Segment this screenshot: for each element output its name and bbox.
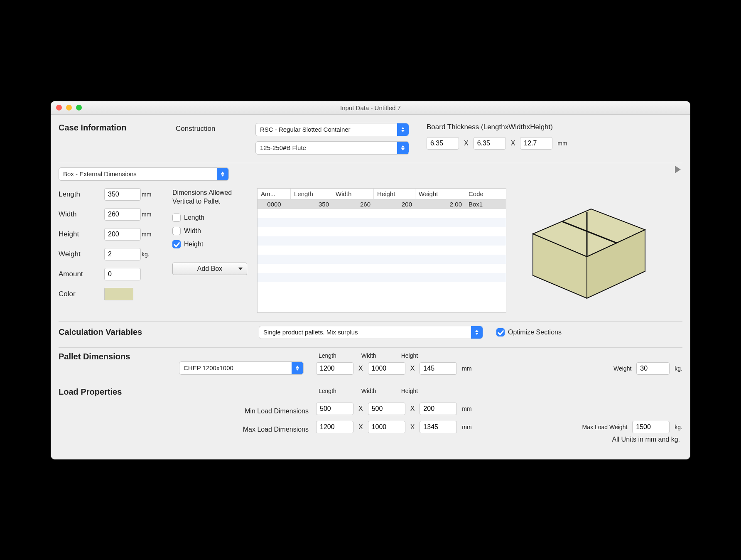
- expand-icon[interactable]: [675, 166, 681, 173]
- col-weight: Weight: [415, 189, 465, 199]
- x-label: X: [358, 365, 363, 372]
- cell-height: 200: [374, 199, 415, 209]
- min-load-height-input[interactable]: [420, 403, 457, 415]
- board-thickness-label: Board Thickness (LengthxWidthxHeight): [427, 123, 682, 131]
- cell-code: Box1: [465, 199, 507, 209]
- max-load-weight-unit: kg.: [675, 424, 682, 430]
- width-unit: mm: [142, 211, 162, 218]
- construction-select[interactable]: RSC - Regular Slotted Container: [255, 123, 409, 136]
- pallet-width-input[interactable]: [368, 362, 405, 375]
- col-code: Code: [465, 189, 507, 199]
- pallet-unit: mm: [462, 365, 471, 372]
- load-length-label: Length: [319, 388, 336, 394]
- color-label: Color: [59, 290, 104, 298]
- cell-width: 260: [332, 199, 374, 209]
- window-content: Case Information Construction RSC - Regu…: [51, 115, 690, 459]
- dropdown-icon: [471, 326, 483, 339]
- pallet-heading: Pallet Dimensions: [59, 352, 175, 361]
- allow-length-label: Length: [184, 214, 204, 221]
- max-load-width-input[interactable]: [368, 421, 405, 433]
- calc-mode-select[interactable]: Single product pallets. Mix surplus: [259, 326, 483, 339]
- checkbox-icon: [172, 227, 181, 235]
- calc-vars-heading: Calculation Variables: [59, 327, 254, 337]
- pallet-type-select[interactable]: CHEP 1200x1000: [179, 361, 304, 375]
- allow-width-checkbox[interactable]: Width: [172, 227, 247, 235]
- pallet-width-label: Width: [361, 352, 376, 359]
- construction-value: RSC - Regular Slotted Container: [260, 126, 351, 133]
- box-table[interactable]: Am... Length Width Height Weight Code 00…: [257, 188, 506, 313]
- x-label: X: [410, 365, 415, 372]
- max-load-length-input[interactable]: [316, 421, 353, 433]
- length-input[interactable]: [104, 188, 141, 201]
- calc-vars-section: Calculation Variables Single product pal…: [59, 322, 682, 348]
- dropdown-icon: [397, 142, 409, 154]
- add-box-button[interactable]: Add Box: [172, 263, 247, 275]
- cell-amount: 0000: [258, 199, 291, 209]
- length-label: Length: [59, 190, 104, 199]
- zoom-icon[interactable]: [76, 105, 82, 111]
- app-window: Input Data - Untitled 7 Case Information…: [51, 101, 690, 459]
- box-preview: [516, 188, 658, 305]
- board-thickness-height-input[interactable]: [520, 137, 552, 150]
- min-load-unit: mm: [462, 405, 471, 412]
- height-unit: mm: [142, 231, 162, 238]
- col-height: Height: [374, 189, 415, 199]
- add-box-label: Add Box: [197, 265, 222, 273]
- weight-input[interactable]: [104, 248, 141, 260]
- flute-select[interactable]: 125-250#B Flute: [255, 141, 409, 155]
- x-label: X: [410, 405, 415, 413]
- min-load-width-input[interactable]: [368, 403, 405, 415]
- window-title: Input Data - Untitled 7: [51, 104, 690, 111]
- pallet-weight-label: Weight: [613, 365, 631, 372]
- width-label: Width: [59, 210, 104, 219]
- load-height-label: Height: [401, 388, 418, 394]
- load-width-label: Width: [361, 388, 376, 394]
- allowed-heading: Dimensions Allowed Vertical to Pallet: [172, 188, 247, 206]
- allow-height-checkbox[interactable]: Height: [172, 240, 247, 248]
- pallet-length-input[interactable]: [316, 362, 353, 375]
- x-label: X: [358, 423, 363, 431]
- pallet-length-label: Length: [319, 352, 336, 359]
- allow-length-checkbox[interactable]: Length: [172, 214, 247, 222]
- max-load-height-input[interactable]: [420, 421, 457, 433]
- board-thickness-width-input[interactable]: [474, 137, 506, 150]
- pallet-weight-unit: kg.: [675, 365, 682, 372]
- color-swatch[interactable]: [104, 288, 133, 300]
- checkbox-icon: [172, 214, 181, 222]
- max-load-label: Max Load Dimensions: [179, 426, 312, 433]
- x-label: X: [464, 140, 469, 147]
- min-load-length-input[interactable]: [316, 403, 353, 415]
- box-section: Box - External Dimensions Length mm Widt…: [59, 163, 682, 322]
- pallet-weight-input[interactable]: [636, 362, 670, 375]
- table-header: Am... Length Width Height Weight Code: [258, 189, 506, 199]
- col-amount: Am...: [258, 189, 291, 199]
- cell-length: 350: [291, 199, 332, 209]
- dimension-mode-select[interactable]: Box - External Dimensions: [59, 167, 229, 181]
- titlebar: Input Data - Untitled 7: [51, 101, 690, 115]
- optimize-sections-label: Optimize Sections: [508, 329, 562, 336]
- case-info-heading: Case Information: [59, 123, 171, 133]
- max-load-unit: mm: [462, 424, 471, 430]
- board-thickness-unit: mm: [557, 140, 567, 147]
- table-row[interactable]: 0000 350 260 200 2.00 Box1: [258, 199, 506, 209]
- optimize-sections-checkbox[interactable]: Optimize Sections: [496, 328, 562, 336]
- dropdown-icon: [217, 168, 228, 180]
- amount-input[interactable]: [104, 268, 141, 280]
- calc-mode-value: Single product pallets. Mix surplus: [263, 329, 358, 336]
- height-input[interactable]: [104, 228, 141, 241]
- width-input[interactable]: [104, 208, 141, 221]
- board-thickness-length-input[interactable]: [427, 137, 459, 150]
- length-unit: mm: [142, 191, 162, 198]
- dimension-mode-value: Box - External Dimensions: [63, 170, 137, 177]
- max-load-weight-input[interactable]: [632, 421, 670, 433]
- minimize-icon[interactable]: [66, 105, 72, 111]
- amount-label: Amount: [59, 270, 104, 278]
- units-note: All Units in mm and kg.: [59, 433, 682, 443]
- weight-unit: kg.: [142, 251, 162, 258]
- close-icon[interactable]: [56, 105, 62, 111]
- cell-weight: 2.00: [415, 199, 465, 209]
- window-controls: [56, 105, 82, 111]
- x-label: X: [410, 423, 415, 431]
- pallet-load-section: Pallet Dimensions Length Width Height CH…: [59, 348, 682, 452]
- pallet-height-input[interactable]: [420, 362, 457, 375]
